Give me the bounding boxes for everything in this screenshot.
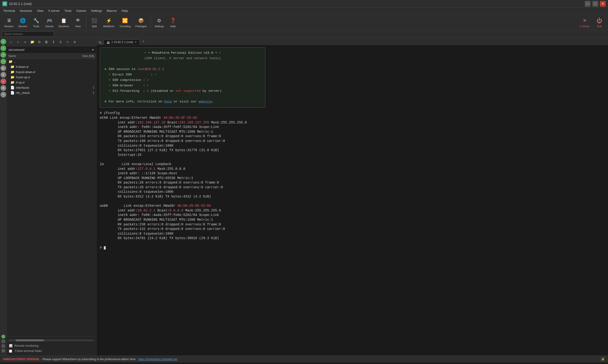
left-nav-btn-4[interactable]: ↩ — [0, 59, 6, 64]
sidebar-scrollbar[interactable] — [9, 339, 94, 341]
sidebar-tool-folder[interactable]: 📁 — [29, 39, 36, 45]
usb0-line8: RX bytes:24781 (24.2 KiB) TX bytes:30016… — [100, 236, 605, 241]
toolbar-games[interactable]: 🎮 Games — [43, 16, 56, 29]
file-item-ifpostdownd[interactable]: 📁 if-post-down.d — [7, 69, 96, 75]
remote-monitoring-icon: 📊 — [9, 344, 13, 348]
sidebar-tool-info[interactable]: ℹ — [50, 39, 57, 45]
menu-terminal[interactable]: Terminal — [1, 8, 17, 13]
exit-button[interactable]: ⏻ Exit — [593, 16, 606, 29]
file-item-interfaces[interactable]: 📄 interfaces 1 — [7, 85, 96, 90]
welcome-direct-ssh: • Direct SSH : ✓ — [105, 72, 260, 78]
toolbar-sessions[interactable]: 📋 Sessions — [56, 16, 71, 29]
tunneling-icon: 🔀 — [121, 17, 129, 24]
games-icon: 🎮 — [46, 17, 53, 24]
left-nav-btn-9[interactable]: ✎ — [0, 92, 6, 97]
toolbar-sessions-label: Sessions — [58, 25, 69, 28]
toolbar-settings[interactable]: ⚙ Settings — [153, 16, 166, 29]
menu-settings[interactable]: Settings — [89, 8, 104, 13]
follow-terminal-label: Follow terminal folder — [15, 349, 42, 353]
file-item-ifpreupd[interactable]: 📁 if-pre-up.d — [7, 75, 96, 80]
left-nav-circle-1[interactable] — [1, 335, 5, 338]
tab-main[interactable]: 💻 2 10.82.2.1 (root) ✕ — [103, 39, 140, 45]
usb0-line4: UP BROADCAST RUNNING MULTICAST MTU:1500 … — [100, 218, 605, 222]
ifconfig-cmd-line: # ifconfig — [100, 111, 605, 116]
file-name-interfaces: interfaces — [16, 86, 79, 89]
col-size-header: Size (KB) — [76, 54, 94, 58]
file-item-ifupd[interactable]: 📁 if-up.d — [7, 80, 96, 85]
toolbar-tunneling[interactable]: 🔀 Tunneling — [117, 16, 132, 29]
toolbar-packages[interactable]: 📦 Packages — [133, 16, 149, 29]
sidebar-tool-home[interactable]: ⌂ — [8, 39, 14, 45]
file-item-parent[interactable]: 📁 ... — [7, 59, 96, 64]
sidebar-scrollbar-thumb — [16, 339, 44, 341]
toolbar-view[interactable]: 👁 View — [72, 16, 84, 29]
left-nav-btn-7[interactable]: ✕ — [0, 78, 6, 84]
left-nav-btn-5[interactable]: ▶ — [0, 65, 6, 71]
eth0-line1: eth0 Link encap:Ethernet HWaddr 48:DA:35… — [100, 116, 605, 120]
ifconfig-cmd: ifconfig — [104, 111, 120, 115]
toolbar-tools[interactable]: 🔧 Tools — [30, 16, 42, 29]
welcome-x11: • X11-forwarding : ✗ (disabled or not su… — [105, 89, 260, 94]
eth0-encap: Link encap:Ethernet HWaddr — [110, 116, 163, 120]
eth0-line2: inet addr:192.168.137.18 Bcast:192.168.1… — [100, 120, 605, 125]
new-tab-button[interactable]: + — [140, 39, 146, 45]
xserver-icon: ✕ — [581, 17, 589, 24]
toolbar-session[interactable]: 🖥 Session — [2, 16, 15, 29]
window-title: 10.82.2.1 (root) — [9, 2, 585, 6]
lo-section: lo Link encap:Local Loopback inet addr:1… — [100, 162, 605, 199]
status-link[interactable]: https://mobaxterm.mobatek.net — [138, 358, 177, 361]
tab-label: 2 10.82.2.1 (root) — [111, 40, 133, 44]
menu-macros[interactable]: Macros — [104, 8, 119, 13]
status-message: - Please support MobaXterm by subscribin… — [41, 358, 136, 361]
follow-terminal-item[interactable]: Follow terminal folder — [9, 348, 94, 354]
toolbar-split[interactable]: ⬛ Split — [88, 16, 101, 29]
xserver-button[interactable]: ✕ X server — [578, 16, 592, 29]
left-nav-circle-3[interactable] — [1, 344, 5, 348]
sidebar-tool-up[interactable]: ⬆ — [15, 39, 21, 45]
menu-games[interactable]: Games — [74, 8, 89, 13]
eth0-line7: collisions:0 txqueuelen:1000 — [100, 143, 605, 148]
path-input[interactable] — [9, 48, 91, 52]
left-nav-btn-3[interactable]: ⬇ — [0, 52, 6, 58]
lo-line8: RX bytes:4312 (4.2 KiB) TX bytes:4312 (4… — [100, 195, 605, 199]
tab-close-button[interactable]: ✕ — [135, 41, 137, 44]
sidebar-tool-delete[interactable]: 🗑 — [43, 39, 50, 45]
left-nav-btn-6[interactable]: ⊕ — [0, 72, 6, 78]
toolbar-servers[interactable]: 🌐 Servers — [16, 16, 29, 29]
left-nav-btn-1[interactable]: ★ — [0, 39, 6, 44]
file-list: 📁 ... 📁 if-down.d 📁 if-post-down.d 📁 if-… — [7, 59, 96, 336]
minimize-button[interactable]: — — [585, 1, 591, 7]
menu-xserver[interactable]: X server — [46, 8, 62, 13]
lo-line7: collisions:0 txqueuelen:1000 — [100, 190, 605, 195]
sidebar-tool-search[interactable]: A — [57, 39, 64, 45]
sidebar-tool-copy[interactable]: ⧉ — [36, 39, 43, 45]
left-nav-circle-2[interactable] — [1, 339, 5, 343]
file-name-nfscheck: nfs_check — [16, 91, 79, 95]
follow-terminal-checkbox[interactable] — [9, 350, 12, 353]
exit-label: Exit — [597, 25, 602, 28]
remote-monitoring-item[interactable]: 📊 Remote monitoring — [9, 343, 94, 348]
close-button[interactable]: ✕ — [600, 1, 606, 7]
left-nav-btn-8[interactable]: ☰ — [0, 85, 6, 91]
left-nav-circle-4[interactable] — [1, 349, 5, 353]
menu-tools[interactable]: Tools — [62, 8, 74, 13]
welcome-title: • • MobaXterm Personal Edition v23.0 • • — [105, 50, 260, 56]
menu-sessions[interactable]: Sessions — [17, 8, 35, 13]
toolbar-help[interactable]: ❓ Help — [167, 16, 179, 29]
file-item-nfscheck[interactable]: 📄 nfs_check 1 — [7, 90, 96, 95]
maximize-button[interactable]: □ — [592, 1, 598, 7]
quick-connect-input[interactable] — [2, 31, 54, 37]
sidebar-tool-settings[interactable]: ⚙ — [71, 39, 78, 45]
sidebar-tool-edit[interactable]: ✎ — [64, 39, 71, 45]
menu-help[interactable]: Help — [119, 8, 130, 13]
left-nav-btn-2[interactable]: ⬆ — [0, 45, 6, 51]
path-dropdown-icon[interactable]: ▼ — [91, 48, 94, 52]
menu-view[interactable]: View — [35, 8, 46, 13]
toolbar-tunneling-label: Tunneling — [119, 25, 130, 28]
toolbar: 🖥 Session 🌐 Servers 🔧 Tools 🎮 Games 📋 Se… — [0, 14, 608, 30]
sidebar-tool-refresh[interactable]: ↺ — [22, 39, 28, 45]
xserver-label: X server — [580, 25, 590, 28]
terminal-content[interactable]: • • MobaXterm Personal Edition v23.0 • •… — [96, 45, 608, 355]
toolbar-multiexec[interactable]: ⚡ MultiExec — [102, 16, 116, 29]
file-item-ifdownd[interactable]: 📁 if-down.d — [7, 64, 96, 69]
